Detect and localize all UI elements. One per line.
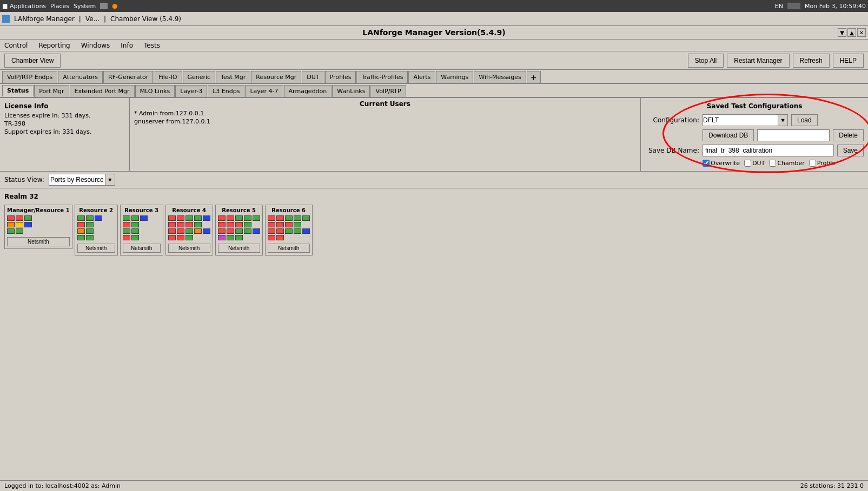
netsmith-button-6[interactable]: Netsmith <box>268 244 310 253</box>
overwrite-checkbox[interactable] <box>703 160 710 167</box>
download-db-button[interactable]: Download DB <box>703 129 754 141</box>
port-ind <box>168 228 176 234</box>
status-view-select[interactable]: Ports by Resource Ports by Name Ports by… <box>49 174 105 186</box>
tab-mlo-links[interactable]: MLO Links <box>135 85 175 97</box>
app-menu-system[interactable]: System <box>74 3 96 10</box>
chamber-label: Chamber <box>777 160 804 167</box>
tab-resource-mgr[interactable]: Resource Mgr <box>251 71 301 83</box>
title-bar-lanforge[interactable]: LANforge Manager <box>14 15 75 23</box>
restart-manager-button[interactable]: Restart Manager <box>727 54 789 68</box>
menu-tests[interactable]: Tests <box>142 41 162 50</box>
tab-add-button[interactable]: + <box>527 71 541 83</box>
port-ind <box>168 215 176 221</box>
system-bar-left: ■ Applications Places System ● <box>2 2 118 10</box>
port-ind <box>177 222 184 227</box>
port-ind <box>285 215 293 221</box>
netsmith-button-5[interactable]: Netsmith <box>218 244 260 253</box>
tab-l3-endps[interactable]: L3 Endps <box>208 85 244 97</box>
tab-port-mgr[interactable]: Port Mgr <box>34 85 69 97</box>
tab-layer3[interactable]: Layer-3 <box>175 85 207 97</box>
port-row <box>123 215 161 221</box>
netsmith-button-manager-1[interactable]: Netsmith <box>7 237 70 246</box>
port-ind <box>285 222 293 227</box>
resource-card-3: Resource 3 Netsmith <box>120 205 163 256</box>
menu-control[interactable]: Control <box>2 41 30 50</box>
port-ind <box>77 228 85 234</box>
profile-checkbox[interactable] <box>809 160 816 167</box>
tab-attenuators[interactable]: Attenuators <box>58 71 103 83</box>
configuration-label: Configuration: <box>645 116 699 124</box>
resource-card-5: Resource 5 <box>215 205 263 256</box>
netsmith-button-4[interactable]: Netsmith <box>168 244 210 253</box>
license-line-3: Support expires in: 331 days. <box>4 128 125 135</box>
configuration-dropdown-arrow[interactable]: ▼ <box>778 114 788 126</box>
close-button[interactable]: ✕ <box>857 28 866 37</box>
tab-wanlinks[interactable]: WanLinks <box>332 85 370 97</box>
tab-voip-rtp-endps[interactable]: VoIP/RTP Endps <box>2 71 57 83</box>
chamber-view-button[interactable]: Chamber View <box>4 54 61 68</box>
tab-file-io[interactable]: File-IO <box>154 71 182 83</box>
tab-generic[interactable]: Generic <box>183 71 216 83</box>
save-db-name-input[interactable]: final_tr_398_calibration <box>703 145 834 156</box>
dut-checkbox[interactable] <box>744 160 751 167</box>
status-bar-right: 26 stations: 31 231 0 <box>800 482 864 489</box>
tab-rf-generator[interactable]: RF-Generator <box>103 71 153 83</box>
title-bar-sep1: | <box>79 15 81 23</box>
clock: Mon Feb 3, 10:59:40 <box>805 3 866 10</box>
port-ind <box>185 222 193 227</box>
menu-info[interactable]: Info <box>118 41 135 50</box>
tab-warnings[interactable]: Warnings <box>436 71 473 83</box>
window-controls[interactable]: ▼ ▲ ✕ <box>838 28 866 37</box>
tab-wifi-messages[interactable]: Wifi-Messages <box>474 71 526 83</box>
app-icon <box>2 15 10 23</box>
tab-extended-port-mgr[interactable]: Extended Port Mgr <box>70 85 135 97</box>
save-button[interactable]: Save <box>837 145 864 156</box>
info-row: License Info Licenses expire in: 331 day… <box>0 98 868 172</box>
tab-layer47[interactable]: Layer 4-7 <box>245 85 283 97</box>
title-bar-chamber[interactable]: Chamber View (5.4.9) <box>110 15 181 23</box>
app-menu-applications[interactable]: ■ Applications <box>2 3 46 10</box>
title-bar-sep2: | <box>104 15 106 23</box>
help-button[interactable]: HELP <box>833 54 864 68</box>
tab-armageddon[interactable]: Armageddon <box>284 85 332 97</box>
tab-test-mgr[interactable]: Test Mgr <box>216 71 250 83</box>
port-ind <box>86 228 94 234</box>
configuration-select[interactable]: DFLT <box>703 114 778 126</box>
title-bar-ve[interactable]: Ve... <box>85 15 100 23</box>
status-bar-left: Logged in to: localhost:4002 as: Admin <box>4 482 121 489</box>
tab-dut[interactable]: DUT <box>302 71 324 83</box>
load-button[interactable]: Load <box>791 114 818 126</box>
resource-title-4: Resource 4 <box>168 207 210 213</box>
port-row <box>268 235 310 240</box>
refresh-button[interactable]: Refresh <box>793 54 830 68</box>
tab-alerts[interactable]: Alerts <box>408 71 435 83</box>
port-ind <box>194 215 202 221</box>
app-menu-places[interactable]: Places <box>50 3 69 10</box>
port-row <box>168 228 210 234</box>
resource-title-2: Resource 2 <box>77 207 115 213</box>
overwrite-label: Overwrite <box>711 160 740 167</box>
status-view-dropdown-arrow[interactable]: ▼ <box>105 174 115 186</box>
port-ind <box>131 235 139 240</box>
netsmith-button-3[interactable]: Netsmith <box>123 244 161 253</box>
tab-voip-rtp[interactable]: VoIP/RTP <box>370 85 406 97</box>
menu-windows[interactable]: Windows <box>79 41 112 50</box>
stop-all-button[interactable]: Stop All <box>688 54 724 68</box>
current-users-panel: Current Users * Admin from:127.0.0.1 gnu… <box>130 98 641 171</box>
tab-profiles[interactable]: Profiles <box>325 71 356 83</box>
tab-status[interactable]: Status <box>2 85 34 97</box>
port-row <box>268 222 310 227</box>
port-ind <box>86 222 94 227</box>
netsmith-button-2[interactable]: Netsmith <box>77 244 115 253</box>
port-ind <box>276 235 284 240</box>
minimize-button[interactable]: ▼ <box>838 28 846 37</box>
tab-traffic-profiles[interactable]: Traffic-Profiles <box>356 71 408 83</box>
menu-reporting[interactable]: Reporting <box>36 41 72 50</box>
delete-button[interactable]: Delete <box>833 129 864 141</box>
port-ind <box>131 222 139 227</box>
maximize-button[interactable]: ▲ <box>847 28 856 37</box>
port-ind <box>302 215 310 221</box>
chamber-checkbox[interactable] <box>769 160 776 167</box>
port-ind <box>227 222 234 227</box>
battery-icon <box>787 3 800 9</box>
